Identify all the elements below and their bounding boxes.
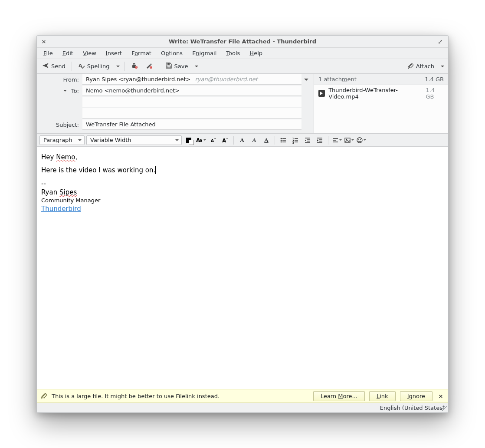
menu-enigmail[interactable]: Enigmail — [187, 48, 221, 59]
format-toolbar: Paragraph Variable Width AA A A A A A 12… — [37, 134, 448, 147]
menu-tools[interactable]: Tools — [221, 48, 245, 59]
to-value: Nemo <nemo@thunderbird.net> — [86, 87, 180, 94]
font-size-menu[interactable]: AA — [196, 135, 206, 145]
menu-file[interactable]: File — [39, 48, 58, 59]
to-field[interactable]: Nemo <nemo@thunderbird.net> — [82, 86, 301, 96]
from-identity: ryan@thunderbird.net — [195, 76, 258, 82]
learn-more-button[interactable]: Learn More... — [313, 391, 365, 401]
body-line: Here is the video I was working on. — [41, 166, 444, 175]
insert-image-menu[interactable] — [344, 135, 354, 145]
link-button[interactable]: Link — [369, 391, 396, 401]
svg-point-10 — [281, 138, 282, 139]
notification-message: This is a large file. It might be better… — [52, 393, 309, 399]
recipient-field-empty[interactable] — [82, 108, 301, 119]
attachment-item[interactable]: Thunderbird-WeTransfer-Video.mp4 1.4 GB — [314, 85, 448, 102]
from-dropdown[interactable] — [301, 76, 311, 83]
header-fields: From: Ryan Sipes <ryan@thunderbird.net> … — [37, 74, 314, 133]
svg-rect-5 — [167, 66, 170, 68]
window-maximize-button[interactable]: ⤢ — [438, 38, 445, 45]
menu-insert[interactable]: Insert — [101, 48, 127, 59]
signature-link[interactable]: Thunderbird — [41, 205, 81, 213]
svg-point-11 — [281, 139, 282, 141]
indent-button[interactable] — [315, 135, 325, 145]
font-smaller-button[interactable]: A — [208, 135, 218, 145]
signature-title: Community Manager — [41, 197, 444, 204]
attachment-pane: 1 attachment 1.4 GB Thunderbird-WeTransf… — [314, 74, 448, 133]
video-file-icon — [318, 90, 325, 97]
ignore-button[interactable]: Ignore — [400, 391, 433, 401]
sign-button[interactable] — [143, 61, 155, 72]
svg-point-36 — [358, 139, 359, 140]
svg-rect-4 — [167, 63, 170, 65]
svg-point-37 — [360, 139, 361, 140]
paragraph-style-value: Paragraph — [43, 137, 72, 143]
underline-button[interactable]: A — [261, 135, 272, 145]
save-dropdown[interactable] — [193, 64, 200, 69]
send-button[interactable]: Send — [39, 61, 68, 72]
compose-window: × Write: WeTransfer File Attached - Thun… — [36, 35, 449, 413]
status-bar: English (United States) — [37, 403, 448, 412]
menubar: File Edit View Insert Format Options Eni… — [37, 48, 448, 59]
menu-options[interactable]: Options — [156, 48, 187, 59]
signature-name: Ryan Sipes — [41, 188, 444, 197]
font-larger-button[interactable]: A — [220, 135, 230, 145]
to-type-dropdown[interactable] — [61, 88, 69, 93]
save-label: Save — [174, 63, 188, 69]
attach-button[interactable]: Attach — [404, 61, 437, 72]
window-close-button[interactable]: × — [40, 38, 47, 45]
notification-close-button[interactable]: × — [437, 393, 445, 399]
from-value: Ryan Sipes <ryan@thunderbird.net> — [86, 76, 191, 82]
svg-text:A: A — [222, 138, 226, 144]
spelling-icon: A — [78, 62, 85, 70]
spelling-label: Spelling — [87, 63, 110, 69]
from-row: From: Ryan Sipes <ryan@thunderbird.net> … — [37, 74, 311, 85]
text-color-button[interactable] — [184, 135, 194, 145]
paragraph-style-select[interactable]: Paragraph — [39, 135, 85, 145]
svg-text:3: 3 — [292, 142, 294, 144]
security-button[interactable] — [128, 61, 141, 72]
recipient-row-empty2 — [37, 108, 311, 119]
message-body-editor[interactable]: Hey Nemo, Here is the video I was workin… — [37, 147, 448, 389]
paperclip-icon — [40, 392, 47, 400]
menu-help[interactable]: Help — [245, 48, 267, 59]
menu-format[interactable]: Format — [127, 48, 156, 59]
filelink-notification: This is a large file. It might be better… — [37, 389, 448, 403]
menu-edit[interactable]: Edit — [58, 48, 78, 59]
resize-grip[interactable] — [442, 406, 447, 412]
emoji-menu[interactable] — [356, 135, 366, 145]
numbered-list-button[interactable]: 123 — [290, 135, 301, 145]
from-label: From: — [37, 76, 82, 83]
svg-point-12 — [281, 141, 282, 142]
align-menu[interactable] — [331, 135, 342, 145]
save-button[interactable]: Save — [163, 61, 191, 72]
outdent-button[interactable] — [302, 135, 313, 145]
window-title: Write: WeTransfer File Attached - Thunde… — [47, 38, 438, 45]
font-family-select[interactable]: Variable Width — [86, 135, 182, 145]
bullet-list-button[interactable] — [278, 135, 288, 145]
language-indicator[interactable]: English (United States) — [380, 405, 445, 411]
bold-button[interactable]: A — [237, 135, 247, 145]
svg-text:A: A — [200, 139, 203, 143]
subject-row: Subject: WeTransfer File Attached — [37, 119, 311, 130]
attachment-header[interactable]: 1 attachment 1.4 GB — [314, 74, 448, 85]
attach-dropdown[interactable] — [439, 64, 446, 69]
attach-label: Attach — [416, 63, 434, 69]
paperclip-icon — [407, 62, 414, 70]
italic-button[interactable]: A — [249, 135, 259, 145]
body-line: Hey Nemo, — [41, 153, 444, 161]
pen-icon — [146, 62, 153, 70]
recipient-field-empty[interactable] — [82, 97, 301, 107]
color-swatch-icon — [186, 138, 191, 143]
toolbar: Send A Spelling Save — [37, 59, 448, 74]
svg-point-35 — [357, 138, 362, 143]
subject-label: Subject: — [37, 122, 82, 128]
subject-value: WeTransfer File Attached — [86, 121, 156, 128]
attachment-total-size: 1.4 GB — [425, 76, 444, 82]
spelling-dropdown[interactable] — [115, 64, 121, 69]
from-selector[interactable]: Ryan Sipes <ryan@thunderbird.net> ryan@t… — [82, 74, 301, 85]
subject-field[interactable]: WeTransfer File Attached — [82, 119, 301, 130]
font-family-value: Variable Width — [90, 137, 131, 143]
spelling-button[interactable]: A Spelling — [75, 61, 112, 72]
menu-view[interactable]: View — [78, 48, 101, 59]
save-icon — [165, 62, 172, 70]
